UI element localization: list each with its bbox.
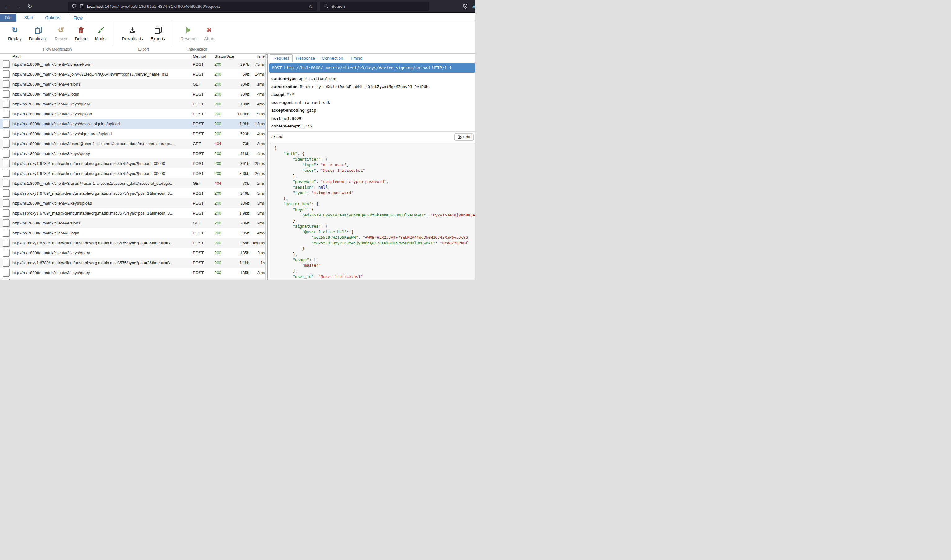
flow-time: 4ms — [249, 151, 265, 156]
flow-time: 480ms — [249, 241, 265, 245]
flow-path: http://hs1:8008/_matrix/client/v3/keys/q… — [12, 151, 193, 156]
replay-icon: ↻ — [12, 24, 18, 36]
request-headers: content-type: application/jsonauthorizat… — [271, 76, 475, 129]
reload-icon[interactable]: ↻ — [25, 0, 34, 12]
button-label: Duplicate — [29, 36, 47, 41]
download-button[interactable]: Download▾ — [118, 24, 147, 46]
detail-tab-request[interactable]: Request — [270, 54, 293, 62]
flow-status: 200 — [211, 271, 226, 275]
flow-time: 2ms — [249, 181, 265, 186]
flow-row[interactable]: http://hs1:8008/_matrix/client/versionsG… — [0, 79, 267, 89]
flow-row[interactable]: http://hs1:8008/_matrix/client/v3/create… — [0, 59, 267, 69]
flow-row[interactable]: http://hs1:8008/_matrix/client/v3/join/%… — [0, 69, 267, 79]
edit-button[interactable]: Edit — [454, 133, 474, 141]
star-icon[interactable]: ☆ — [309, 3, 313, 9]
detail-tab-timing[interactable]: Timing — [346, 55, 366, 62]
flow-path: http://hs1:8008/_matrix/client/v3/keys/q… — [12, 102, 193, 106]
flow-row[interactable]: http://hs1:8008/_matrix/client/v3/user/@… — [0, 178, 267, 188]
detail-tab-connection[interactable]: Connection — [318, 55, 346, 62]
page-icon[interactable] — [79, 4, 84, 9]
flow-document-icon — [3, 110, 9, 118]
header-value: */* — [287, 92, 294, 97]
request-header: accept-encoding: gzip — [271, 108, 475, 113]
request-header: content-length: 1345 — [271, 123, 475, 129]
flow-status: 200 — [211, 102, 226, 106]
flow-row[interactable]: http://hs1:8008/_matrix/client/v3/keys/q… — [0, 99, 267, 109]
flow-time: 3ms — [249, 201, 265, 206]
delete-button[interactable]: Delete — [71, 24, 91, 46]
flow-method: POST — [193, 112, 211, 116]
flow-method: POST — [193, 62, 211, 67]
flow-row[interactable]: http://hs1:8008/_matrix/client/v3/user/@… — [0, 138, 267, 149]
abort-button[interactable]: ✖Abort — [200, 24, 218, 46]
shield-check-icon[interactable] — [463, 3, 468, 9]
flow-document-icon — [3, 71, 9, 78]
scrollbar-thumb[interactable] — [266, 54, 267, 59]
flow-path: http://ssproxy1:6789/_matrix/client/unst… — [12, 191, 193, 195]
flow-row[interactable]: http://hs1:8008/_matrix/client/v3/keys/d… — [0, 119, 267, 129]
flow-row[interactable]: http://hs1:8008/_matrix/client/v3/keys/s… — [0, 129, 267, 138]
flow-row[interactable]: http://ssproxy1:6789/_matrix/client/unst… — [0, 238, 267, 248]
flow-row[interactable]: http://ssproxy1:6789/_matrix/client/unst… — [0, 188, 267, 198]
flow-status: 200 — [211, 221, 226, 225]
replay-button[interactable]: ↻Replay — [5, 24, 25, 46]
search-bar[interactable]: Search — [320, 2, 429, 11]
flow-row[interactable]: http://hs1:8008/_matrix/client/versionsG… — [0, 218, 267, 228]
url-bar[interactable]: localhost:1445/#/flows/fba5f13d-91e1-437… — [68, 2, 316, 11]
menu-tab-options[interactable]: Options — [41, 14, 64, 22]
shield-icon[interactable] — [72, 4, 77, 9]
flow-status: 404 — [211, 142, 226, 146]
mark-button[interactable]: Mark▾ — [91, 24, 111, 46]
flow-method: POST — [193, 122, 211, 126]
header-value: Bearer syt_dXNlci0xLWFsaWNl_eQfgkZywoiMg… — [300, 85, 428, 89]
flow-row[interactable] — [0, 277, 267, 280]
flow-size: 918b — [226, 151, 249, 156]
flow-row[interactable]: http://hs1:8008/_matrix/client/v3/keys/q… — [0, 268, 267, 277]
flow-document-icon — [3, 209, 9, 217]
flow-row[interactable]: http://hs1:8008/_matrix/client/v3/keys/u… — [0, 109, 267, 119]
search-placeholder: Search — [332, 4, 345, 9]
column-size: Size — [226, 54, 249, 58]
toolbar-group-interception: Resume✖AbortInterception — [173, 22, 222, 53]
revert-button[interactable]: ↺Revert — [51, 24, 71, 46]
flow-status: 200 — [211, 161, 226, 166]
edit-button-label: Edit — [463, 135, 470, 139]
flow-row[interactable]: http://ssproxy1:6789/_matrix/client/unst… — [0, 158, 267, 168]
back-icon[interactable]: ← — [3, 0, 11, 12]
menu-tab-start[interactable]: Start — [20, 14, 37, 22]
flow-method: POST — [193, 72, 211, 77]
flow-document-icon — [3, 249, 9, 257]
forward-icon[interactable]: → — [14, 0, 22, 12]
flow-document-icon — [3, 180, 9, 187]
flow-path: http://hs1:8008/_matrix/client/v3/keys/q… — [12, 251, 193, 255]
flow-row[interactable]: http://hs1:8008/_matrix/client/v3/loginP… — [0, 89, 267, 99]
flow-time: 25ms — [249, 161, 265, 166]
flow-size: 11.9kb — [226, 112, 249, 116]
flow-size: 73b — [226, 181, 249, 186]
flow-row[interactable]: http://hs1:8008/_matrix/client/v3/keys/q… — [0, 248, 267, 258]
flow-path: http://hs1:8008/_matrix/client/v3/keys/q… — [12, 271, 193, 275]
flow-method: POST — [193, 260, 211, 265]
duplicate-button[interactable]: Duplicate — [25, 24, 51, 46]
export-button[interactable]: Export▾ — [147, 24, 169, 46]
flow-row[interactable]: http://hs1:8008/_matrix/client/v3/keys/u… — [0, 198, 267, 208]
trash-icon — [78, 24, 84, 36]
downloads-icon[interactable] — [471, 3, 475, 9]
request-header: user-agent: matrix-rust-sdk — [271, 100, 475, 105]
detail-tab-response[interactable]: Response — [293, 55, 318, 62]
flow-row[interactable]: http://ssproxy1:6789/_matrix/client/unst… — [0, 258, 267, 268]
flow-row[interactable]: http://ssproxy1:6789/_matrix/client/unst… — [0, 168, 267, 178]
flow-method: POST — [193, 131, 211, 136]
flow-row[interactable]: http://ssproxy1:6789/_matrix/client/unst… — [0, 208, 267, 218]
flow-path: http://hs1:8008/_matrix/client/v3/login — [12, 92, 193, 97]
flow-method: POST — [193, 201, 211, 206]
flow-list-scrollbar[interactable] — [266, 54, 267, 280]
menu-tab-flow[interactable]: Flow — [69, 14, 87, 22]
resume-button[interactable]: Resume — [177, 24, 200, 46]
menu-tab-file[interactable]: File — [0, 14, 17, 22]
flow-row[interactable]: http://hs1:8008/_matrix/client/v3/loginP… — [0, 228, 267, 238]
flow-status: 200 — [211, 62, 226, 67]
flow-detail-panel: RequestResponseConnectionTiming POST htt… — [267, 54, 475, 280]
flow-row[interactable]: http://hs1:8008/_matrix/client/v3/keys/q… — [0, 149, 267, 158]
flow-time: 1s — [249, 260, 265, 265]
